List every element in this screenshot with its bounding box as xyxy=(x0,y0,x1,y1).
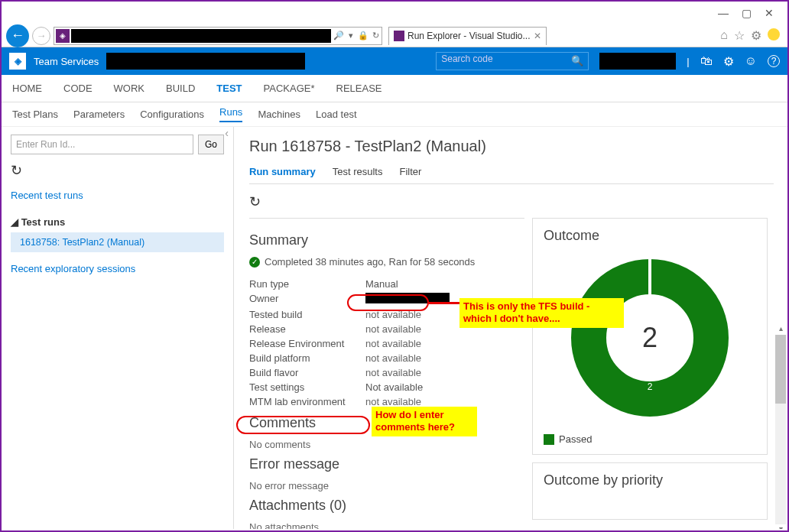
nav-code[interactable]: CODE xyxy=(63,83,93,94)
nav-back-button[interactable]: ← xyxy=(6,24,29,47)
value-build-flavor: not available xyxy=(365,367,421,378)
value-release: not available xyxy=(365,323,421,335)
vsts-logo-icon[interactable]: ◈ xyxy=(9,53,26,70)
outcome-slice-count: 2 xyxy=(648,381,653,392)
subnav-machines[interactable]: Machines xyxy=(258,109,300,120)
outcome-total: 2 xyxy=(642,322,658,354)
outcome-column: Outcome 2 2 Passed Outc xyxy=(532,218,784,529)
browser-toolbar: ← → ◈ 🔎 ▾ 🔒 ↻ Run Explorer - Visual Stud… xyxy=(2,24,787,47)
product-name: Team Services xyxy=(34,56,99,67)
window-minimize-button[interactable]: — xyxy=(719,8,728,18)
subnav-test-plans[interactable]: Test Plans xyxy=(12,109,58,120)
label-mtm: MTM lab environment xyxy=(249,396,365,407)
outcome-chart: 2 2 xyxy=(544,251,756,429)
label-run-type: Run type xyxy=(249,278,365,290)
tab-filter[interactable]: Filter xyxy=(399,166,421,177)
favorite-icon[interactable]: ☆ xyxy=(734,28,745,43)
label-tested-build: Tested build xyxy=(249,309,365,320)
run-status: ✓ Completed 38 minutes ago, Ran for 58 s… xyxy=(249,256,520,268)
outcome-panel: Outcome 2 2 Passed xyxy=(532,218,768,455)
label-test-settings: Test settings xyxy=(249,381,365,393)
run-tabs: Run summary Test results Filter xyxy=(249,166,774,184)
tab-test-results[interactable]: Test results xyxy=(333,166,383,177)
browser-tray-icons: ⌂ ☆ ⚙ xyxy=(720,28,780,43)
error-body: No error message xyxy=(249,480,520,491)
test-subnav: Test Plans Parameters Configurations Run… xyxy=(2,102,787,127)
outcome-legend: Passed xyxy=(544,433,756,445)
search-icon[interactable]: 🔎 xyxy=(333,31,345,41)
nav-test[interactable]: TEST xyxy=(216,83,242,94)
vsts-header: ◈ Team Services 🔍 | 🛍 ⚙ ☺ ? xyxy=(2,47,787,75)
subnav-parameters[interactable]: Parameters xyxy=(73,109,125,120)
window-maximize-button[interactable]: ▢ xyxy=(742,8,751,18)
redacted-user xyxy=(599,53,676,70)
scroll-down-icon[interactable]: ▾ xyxy=(775,524,786,529)
content-area: ‹ Go ↻ Recent test runs ◢ Test runs 1618… xyxy=(2,127,787,529)
tab-run-summary[interactable]: Run summary xyxy=(249,166,316,177)
refresh-icon[interactable]: ↻ xyxy=(11,162,224,179)
refresh-icon[interactable]: ↻ xyxy=(369,31,382,41)
code-search-field[interactable] xyxy=(441,54,570,64)
shop-icon[interactable]: 🛍 xyxy=(700,54,713,68)
label-build-platform: Build platform xyxy=(249,352,365,364)
feedback-smiley-icon[interactable]: ☺ xyxy=(745,54,757,68)
annotation-text-build: This is only the TFS build - which I don… xyxy=(459,298,624,328)
nav-build[interactable]: BUILD xyxy=(166,83,195,94)
main-pane: Run 1618758 - TestPlan2 (Manual) Run sum… xyxy=(234,127,787,529)
svg-rect-1 xyxy=(648,258,651,296)
nav-package[interactable]: PACKAGE* xyxy=(264,83,315,94)
recent-test-runs-link[interactable]: Recent test runs xyxy=(11,190,224,201)
home-icon[interactable]: ⌂ xyxy=(720,28,728,43)
test-run-item[interactable]: 1618758: TestPlan2 (Manual) xyxy=(11,232,224,252)
settings-gear-icon[interactable]: ⚙ xyxy=(723,54,734,69)
go-button[interactable]: Go xyxy=(198,135,224,154)
sidebar: ‹ Go ↻ Recent test runs ◢ Test runs 1618… xyxy=(2,127,234,529)
comments-body: No comments xyxy=(249,439,520,450)
subnav-load-test[interactable]: Load test xyxy=(316,109,357,120)
window-close-button[interactable]: ✕ xyxy=(765,8,774,18)
tab-close-icon[interactable]: ✕ xyxy=(534,31,541,41)
test-runs-heading[interactable]: ◢ Test runs xyxy=(11,216,224,228)
annotation-connector xyxy=(429,302,459,304)
redacted-url xyxy=(71,29,331,43)
subnav-configurations[interactable]: Configurations xyxy=(140,109,204,120)
lock-icon: 🔒 xyxy=(357,31,369,41)
annotation-circle-tested-build xyxy=(347,294,429,311)
collapse-chevron-icon[interactable]: ‹ xyxy=(225,127,229,139)
legend-swatch-passed xyxy=(544,434,554,445)
scroll-up-icon[interactable]: ▴ xyxy=(775,324,786,335)
legend-label-passed: Passed xyxy=(559,433,592,445)
tab-title: Run Explorer - Visual Studio... xyxy=(407,31,531,41)
value-build-platform: not available xyxy=(365,352,421,364)
nav-home[interactable]: HOME xyxy=(12,83,42,94)
smiley-icon[interactable] xyxy=(768,28,780,41)
dropdown-icon[interactable]: ▾ xyxy=(345,31,357,41)
search-icon[interactable]: 🔍 xyxy=(571,55,583,66)
gear-icon[interactable]: ⚙ xyxy=(751,28,761,43)
priority-heading: Outcome by priority xyxy=(544,472,756,488)
browser-tab-active[interactable]: Run Explorer - Visual Studio... ✕ xyxy=(388,27,547,45)
nav-work[interactable]: WORK xyxy=(114,83,144,94)
refresh-icon[interactable]: ↻ xyxy=(249,193,261,210)
redacted-account xyxy=(106,53,305,70)
scrollbar-track[interactable]: ▴ ▾ xyxy=(775,335,786,524)
value-run-type: Manual xyxy=(365,278,398,290)
outcome-heading: Outcome xyxy=(544,228,756,244)
status-text: Completed 38 minutes ago, Ran for 58 sec… xyxy=(265,256,475,268)
annotation-text-comments: How do I enter comments here? xyxy=(372,407,477,436)
code-search-input[interactable]: 🔍 xyxy=(436,52,589,70)
address-bar[interactable]: ◈ 🔎 ▾ 🔒 ↻ xyxy=(54,27,382,45)
help-icon[interactable]: ? xyxy=(768,55,780,67)
vs-icon: ◈ xyxy=(56,29,70,43)
scrollbar-thumb[interactable] xyxy=(775,335,786,404)
attachments-heading: Attachments (0) xyxy=(249,498,520,514)
divider: | xyxy=(687,56,689,67)
recent-exploratory-link[interactable]: Recent exploratory sessions xyxy=(11,263,224,274)
subnav-runs[interactable]: Runs xyxy=(219,106,242,122)
priority-panel: Outcome by priority xyxy=(532,462,768,520)
run-id-input[interactable] xyxy=(11,135,193,154)
label-release: Release xyxy=(249,323,365,335)
nav-release[interactable]: RELEASE xyxy=(336,83,382,94)
label-release-env: Release Environment xyxy=(249,338,365,349)
label-build-flavor: Build flavor xyxy=(249,367,365,378)
